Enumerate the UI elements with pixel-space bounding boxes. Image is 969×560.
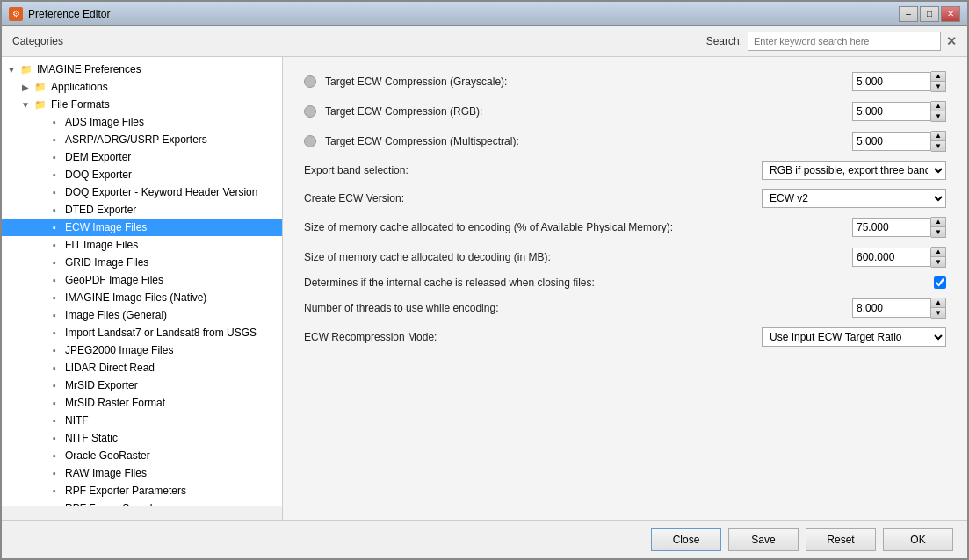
tree-item-nitf-static[interactable]: ▪NITF Static bbox=[2, 429, 282, 447]
tree-item-grid[interactable]: ▪GRID Image Files bbox=[2, 254, 282, 271]
file-icon: ▪ bbox=[47, 396, 61, 410]
window-title: Preference Editor bbox=[28, 8, 110, 20]
spin-control: ▲ ▼ bbox=[852, 298, 946, 319]
horizontal-scrollbar[interactable] bbox=[2, 506, 282, 520]
tree-item-label: ADS Image Files bbox=[65, 116, 144, 128]
dropdown-select[interactable]: ECW v2 bbox=[762, 189, 946, 208]
minimize-button[interactable]: – bbox=[899, 6, 918, 22]
spin-up[interactable]: ▲ bbox=[931, 102, 945, 111]
spin-down[interactable]: ▼ bbox=[931, 308, 945, 318]
file-icon: ▪ bbox=[47, 326, 61, 340]
tree-item-image-general[interactable]: ▪Image Files (General) bbox=[2, 306, 282, 324]
tree-item-dted[interactable]: ▪DTED Exporter bbox=[2, 201, 282, 219]
categories-label: Categories bbox=[12, 35, 63, 47]
spin-control: ▲ ▼ bbox=[852, 101, 946, 122]
tree-item-file-formats[interactable]: ▼📁File Formats bbox=[2, 96, 282, 113]
settings-label: Target ECW Compression (Multispectral): bbox=[325, 135, 852, 147]
spin-down[interactable]: ▼ bbox=[931, 141, 945, 151]
checkbox-input[interactable] bbox=[934, 276, 946, 289]
tree-item-imagine-native[interactable]: ▪IMAGINE Image Files (Native) bbox=[2, 289, 282, 306]
search-input[interactable] bbox=[748, 32, 941, 51]
tree-item-rpf-exporter[interactable]: ▪RPF Exporter Parameters bbox=[2, 482, 282, 499]
tree-item-geopdf[interactable]: ▪GeoPDF Image Files bbox=[2, 271, 282, 289]
spin-up[interactable]: ▲ bbox=[931, 248, 945, 257]
spin-up[interactable]: ▲ bbox=[931, 218, 945, 227]
dropdown-select[interactable]: Use Input ECW Target Ratio bbox=[762, 327, 946, 347]
spin-buttons: ▲ ▼ bbox=[931, 131, 946, 152]
tree-item-mrsid-raster[interactable]: ▪MrSID Raster Format bbox=[2, 394, 282, 412]
tree-item-doq-kw[interactable]: ▪DOQ Exporter - Keyword Header Version bbox=[2, 183, 282, 201]
spin-buttons: ▲ ▼ bbox=[931, 217, 946, 238]
reset-button[interactable]: Reset bbox=[806, 528, 876, 551]
checkbox-control bbox=[934, 276, 946, 289]
spin-input[interactable] bbox=[852, 248, 931, 267]
tree-item-label: Image Files (General) bbox=[65, 309, 167, 321]
settings-label: Size of memory cache allocated to decodi… bbox=[304, 251, 852, 263]
tree-item-applications[interactable]: ▶📁Applications bbox=[2, 78, 282, 96]
close-window-button[interactable]: ✕ bbox=[941, 6, 960, 22]
tree-container[interactable]: ▼📁IMAGINE Preferences▶📁Applications▼📁Fil… bbox=[2, 57, 282, 506]
ok-button[interactable]: OK bbox=[883, 528, 953, 551]
tree-item-imagine-prefs[interactable]: ▼📁IMAGINE Preferences bbox=[2, 61, 282, 78]
tree-item-label: Import Landsat7 or Landsat8 from USGS bbox=[65, 327, 257, 339]
dot-indicator bbox=[304, 105, 316, 118]
tree-item-jpeg2000[interactable]: ▪JPEG2000 Image Files bbox=[2, 341, 282, 359]
tree-item-nitf[interactable]: ▪NITF bbox=[2, 412, 282, 429]
preference-editor-window: ⚙ Preference Editor – □ ✕ Categories Sea… bbox=[0, 0, 969, 560]
settings-label: Target ECW Compression (Grayscale): bbox=[325, 75, 852, 88]
expand-icon[interactable]: ▼ bbox=[5, 63, 18, 75]
file-icon: ▪ bbox=[47, 308, 61, 322]
file-icon: ▪ bbox=[47, 185, 61, 199]
spin-down[interactable]: ▼ bbox=[931, 227, 945, 237]
app-icon: ⚙ bbox=[9, 7, 23, 21]
tree-item-ecw[interactable]: ▪ECW Image Files bbox=[2, 219, 282, 236]
tree-item-fit[interactable]: ▪FIT Image Files bbox=[2, 236, 282, 254]
file-icon: ▪ bbox=[47, 220, 61, 234]
tree-item-lidar[interactable]: ▪LIDAR Direct Read bbox=[2, 359, 282, 377]
tree-item-asrp[interactable]: ▪ASRP/ADRG/USRP Exporters bbox=[2, 131, 282, 148]
tree-item-label: DTED Exporter bbox=[65, 204, 136, 216]
settings-label: Size of memory cache allocated to encodi… bbox=[304, 221, 852, 233]
spin-down[interactable]: ▼ bbox=[931, 82, 945, 91]
save-button[interactable]: Save bbox=[728, 528, 799, 551]
spin-input[interactable] bbox=[852, 132, 931, 151]
maximize-button[interactable]: □ bbox=[920, 6, 939, 22]
spin-down[interactable]: ▼ bbox=[931, 111, 945, 121]
tree-item-oracle[interactable]: ▪Oracle GeoRaster bbox=[2, 447, 282, 464]
expand-icon[interactable]: ▼ bbox=[19, 98, 32, 111]
tree-item-rpf-frame[interactable]: ▪RPF Frame Search bbox=[2, 499, 282, 506]
tree-item-doq[interactable]: ▪DOQ Exporter bbox=[2, 166, 282, 183]
settings-row-export-band: Export band selection: RGB if possible, … bbox=[304, 161, 946, 180]
file-icon: ▪ bbox=[47, 203, 61, 217]
spin-up[interactable]: ▲ bbox=[931, 298, 945, 308]
spin-down[interactable]: ▼ bbox=[931, 257, 945, 267]
spin-control: ▲ ▼ bbox=[852, 131, 946, 152]
tree-item-label: ASRP/ADRG/USRP Exporters bbox=[65, 133, 207, 146]
spin-up[interactable]: ▲ bbox=[931, 132, 945, 141]
tree-item-ads[interactable]: ▪ADS Image Files bbox=[2, 113, 282, 131]
dropdown-select[interactable]: RGB if possible, export three bands only bbox=[762, 161, 946, 180]
folder-icon: 📁 bbox=[19, 62, 33, 76]
tree-item-dem[interactable]: ▪DEM Exporter bbox=[2, 148, 282, 166]
settings-label: Number of threads to use while encoding: bbox=[304, 302, 852, 314]
spin-input[interactable] bbox=[852, 298, 931, 318]
search-clear-button[interactable]: ✕ bbox=[946, 34, 957, 48]
spin-input[interactable] bbox=[852, 72, 931, 91]
spin-input[interactable] bbox=[852, 102, 931, 121]
spin-buttons: ▲ ▼ bbox=[931, 298, 946, 319]
tree-item-import-landsat[interactable]: ▪Import Landsat7 or Landsat8 from USGS bbox=[2, 324, 282, 341]
tree-item-raw[interactable]: ▪RAW Image Files bbox=[2, 464, 282, 482]
spin-control: ▲ ▼ bbox=[852, 217, 946, 238]
tree-item-label: NITF Static bbox=[65, 432, 118, 444]
spin-up[interactable]: ▲ bbox=[931, 72, 945, 82]
spin-input[interactable] bbox=[852, 218, 931, 237]
tree-item-mrsid-exporter[interactable]: ▪MrSID Exporter bbox=[2, 377, 282, 394]
file-icon: ▪ bbox=[47, 484, 61, 498]
file-icon: ▪ bbox=[47, 361, 61, 375]
tree-item-label: Applications bbox=[51, 81, 108, 93]
file-icon: ▪ bbox=[47, 273, 61, 287]
close-button[interactable]: Close bbox=[651, 528, 721, 551]
expand-icon[interactable]: ▶ bbox=[19, 81, 32, 93]
tree-item-label: FIT Image Files bbox=[65, 239, 138, 251]
tree-item-label: DOQ Exporter bbox=[65, 169, 132, 181]
